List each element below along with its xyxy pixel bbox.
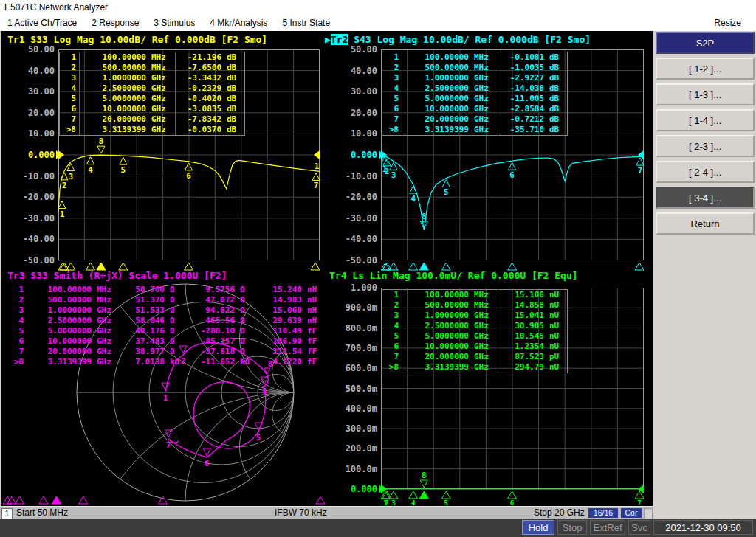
marker-table-cell: 15.041 [498,311,547,321]
resize-control[interactable]: Resize [707,15,749,31]
active-marker-icon [97,146,105,153]
marker-table-cell: -2.8584 [498,104,547,114]
title-bar: E5071C Network Analyzer [0,0,756,15]
softkey-1-2[interactable]: [ 1-2 ]... [656,58,755,80]
marker-icon [120,157,127,164]
y-tick-label: 500.0m [339,384,377,394]
menu-item-1[interactable]: 1 Active Ch/Trace [0,15,84,31]
marker-icon [312,173,320,180]
marker-table-row: 42.5000000GHz-0.2329dB [60,83,244,94]
marker-label: 5 [444,187,449,197]
marker-table-cell: dB [547,125,567,135]
marker-table-cell: GHz [472,125,498,135]
softkey-s2p[interactable]: S2P [656,32,755,54]
marker-table-cell: 7 [382,114,402,125]
y-tick-label: 10.00 [339,128,377,139]
marker-table-cell: dB [547,114,567,125]
softkey-2-3[interactable]: [ 2-3 ]... [656,135,755,157]
marker-table-cell: Ω [238,347,256,357]
marker-table-row: 1100.00000MHz15.106nU [382,290,567,300]
marker-table-cell: 10.000000 [402,104,472,114]
instrument-screen: Tr1 S33 Log Mag 10.00dB/ Ref 0.000dB [F2… [0,31,653,506]
y-tick-label: -10.00 [339,171,377,181]
stimulus-marker-icon [58,263,67,270]
menu-item-4[interactable]: 4 Mkr/Analysis [202,15,275,31]
softkey-2-4[interactable]: [ 2-4 ]... [656,161,755,183]
marker-table-cell: Ω [168,316,183,326]
marker-table-row: 55.0000000GHz10.545nU [382,331,567,342]
marker-label: 6 [186,171,191,181]
marker-table-cell: fF [305,336,326,347]
marker-label: 7 [638,166,643,176]
softkey-1-3[interactable]: [ 1-3 ]... [656,83,755,105]
y-tick-label: -40.00 [16,234,55,244]
marker-table-cell: 15.060 [256,305,305,316]
ref-arrow-right-icon [638,150,644,159]
marker-table-cell: 110.49 [256,326,305,336]
marker-table-cell: 7 [382,352,402,362]
tr2-y-axis: 50.0040.0030.0020.0010.000.000-10.00-20.… [339,49,377,260]
stimulus-marker-icon [409,491,418,499]
menu-item-3[interactable]: 3 Stimulus [146,15,202,31]
marker-table-cell: 2 [60,63,80,73]
marker-table-row: 2500.00000MHz14.858nU [382,300,567,311]
menu-item-5[interactable]: 5 Instr State [275,15,337,31]
trace4-header[interactable]: Tr4 Ls Lin Mag 100.0mU/ Ref 0.000U [F2 E… [329,270,578,281]
trace3-header[interactable]: Tr3 S33 Smith (R+jX) Scale 1.000U [F2] [7,270,227,281]
marker-table-cell: GHz [472,114,498,125]
marker-table-cell: nU [547,321,567,331]
marker-table-cell: pU [547,352,567,362]
marker-table-cell: -11.652 [183,357,238,367]
marker-table-cell: nH [305,295,326,305]
marker-table-cell: MHz [472,52,498,63]
marker-table-cell: dB [547,73,567,83]
marker-label: 7 [637,499,641,506]
softkey-1-4[interactable]: [ 1-4 ]... [656,109,755,131]
stimulus-marker-icon [635,263,644,270]
marker-table-cell: 3.3139399 [27,357,94,367]
marker-table-cell: GHz [472,331,498,342]
tr1-y-axis: 50.0040.0030.0020.0010.000.000-10.00-20.… [16,49,55,260]
marker-table-cell: kΩ [238,357,256,367]
marker-table-cell: dB [224,94,244,104]
y-tick-label: -50.00 [16,255,55,266]
marker-table-cell: dB [224,52,244,63]
marker-table-cell: Ω [238,316,256,326]
stimulus-marker-icon [79,496,88,504]
marker-table-cell: 6 [60,104,80,114]
marker-table-cell: -0.0370 [176,125,224,135]
marker-table-cell: dB [224,114,244,125]
marker-table-cell: -3.3432 [176,73,224,83]
marker-table-cell: 6 [382,342,402,352]
active-trace-name: Tr2 [331,34,348,45]
softkey-3-4[interactable]: [ 3-4 ]... [656,187,755,209]
marker-table-row: 2500.00000MHz-7.6500dB [60,63,244,73]
marker-label: 6 [205,459,210,468]
marker-table-cell: 20.000000 [80,114,149,125]
softkey-return[interactable]: Return [656,212,755,235]
marker-table-cell: 100.00000 [27,285,94,295]
marker-table-cell: dB [547,52,567,63]
trace2-header[interactable]: ▶Tr2 S43 Log Mag 10.00dB/ Ref 0.000dB [F… [325,34,591,45]
ref-arrow-left-icon [58,150,64,159]
marker-table-cell: 465.56 [183,316,238,326]
marker-table-cell: 100.00000 [402,52,472,63]
trace1-header[interactable]: Tr1 S33 Log Mag 10.00dB/ Ref 0.000dB [F2… [7,34,267,45]
marker-table-cell: 100.00000 [80,52,149,63]
marker-table-cell: Ω [238,285,256,295]
active-marker-icon [264,368,270,374]
y-tick-label: 700.0m [339,343,377,353]
menu-item-2[interactable]: 2 Response [84,15,146,31]
marker-table-row: >83.3139399GHz-0.0370dB [60,125,244,135]
marker-table-cell: 5.0000000 [80,94,149,104]
marker-table-cell: fF [305,357,326,367]
marker-table-row: 31.0000000GHz51.533Ω94.622Ω15.060nH [7,305,326,316]
marker-table-cell: -37.618 [183,347,238,357]
marker-table-cell: kΩ [168,357,183,367]
hold-indicator[interactable]: Hold [522,520,554,535]
extref-indicator: ExtRef [590,520,625,535]
marker-table-cell: 500.00000 [80,63,149,73]
marker-label: 4 [411,499,416,506]
marker-table-cell: 3.3139399 [402,125,472,135]
y-tick-label: 30.00 [339,86,377,97]
